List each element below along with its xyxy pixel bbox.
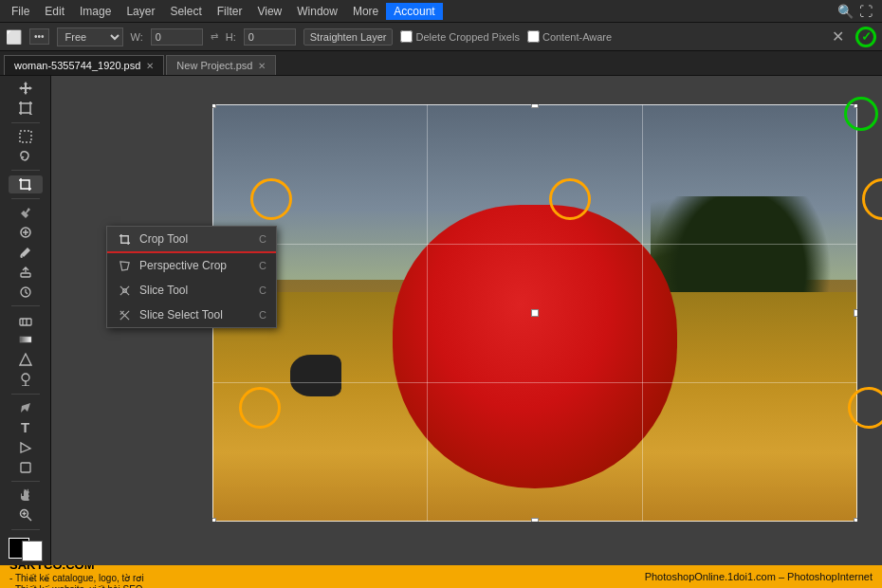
- svg-rect-9: [20, 131, 31, 142]
- eyedropper-tool-btn[interactable]: [9, 204, 43, 222]
- link-icon: ⇄: [211, 31, 218, 42]
- shape-tool-btn[interactable]: [9, 458, 43, 476]
- menu-image[interactable]: Image: [72, 3, 119, 20]
- stamp-tool-btn[interactable]: [9, 264, 43, 282]
- separator-2: [11, 170, 40, 171]
- artboard-tool-btn[interactable]: [9, 100, 43, 118]
- svg-rect-15: [20, 319, 31, 325]
- canvas-image: [212, 104, 857, 522]
- menu-edit[interactable]: Edit: [37, 3, 72, 20]
- tab-woman-psd[interactable]: woman-5355744_1920.psd ✕: [4, 55, 164, 75]
- options-bar: ⬜ ••• Free W: ⇄ H: Straighten Layer Dele…: [0, 23, 882, 51]
- pen-tool-btn[interactable]: [9, 398, 43, 416]
- separator-5: [11, 394, 40, 395]
- ctx-crop-tool[interactable]: Crop Tool C: [107, 227, 276, 251]
- heal-tool-btn[interactable]: [9, 224, 43, 242]
- status-line2: - Thiết kế website, viết bài SEO: [9, 584, 144, 588]
- menu-icons: 🔍 ⛶: [837, 4, 878, 19]
- ctx-slice-select-tool[interactable]: Slice Select Tool C: [107, 303, 276, 327]
- ctx-slice-label: Slice Tool: [139, 284, 251, 297]
- menu-window[interactable]: Window: [289, 3, 345, 20]
- svg-rect-16: [20, 337, 31, 342]
- path-tool-btn[interactable]: [9, 438, 43, 456]
- toolbar: T: [0, 76, 51, 565]
- extra-options-btn[interactable]: •••: [29, 28, 49, 45]
- tab-label-1: New Project.psd: [176, 60, 252, 71]
- main-layout: T: [0, 76, 882, 565]
- status-right: PhotoshopOnline.1doi1.com – PhotoshopInt…: [645, 571, 873, 582]
- menu-layer[interactable]: Layer: [119, 3, 162, 20]
- color-selector[interactable]: [9, 538, 43, 560]
- text-tool-btn[interactable]: T: [9, 418, 43, 436]
- tabs-bar: woman-5355744_1920.psd ✕ New Project.psd…: [0, 51, 882, 76]
- tab-close-1[interactable]: ✕: [258, 61, 266, 71]
- canvas-area[interactable]: Crop Tool C Perspective Crop C Slice Too…: [51, 76, 882, 565]
- dodge-tool-btn[interactable]: [9, 371, 43, 389]
- svg-marker-17: [20, 354, 31, 365]
- tab-new-project[interactable]: New Project.psd ✕: [166, 55, 276, 75]
- slice-select-icon: [117, 307, 132, 322]
- zoom-tool-btn[interactable]: [9, 506, 43, 524]
- svg-rect-0: [21, 103, 30, 113]
- canvas-container: [212, 104, 857, 522]
- menu-bar: File Edit Image Layer Select Filter View…: [0, 0, 882, 23]
- lasso-tool-btn[interactable]: [9, 147, 43, 165]
- menu-file[interactable]: File: [4, 3, 37, 20]
- eraser-tool-btn[interactable]: [9, 311, 43, 329]
- search-icon[interactable]: 🔍: [837, 4, 854, 19]
- menu-view[interactable]: View: [249, 3, 289, 20]
- tab-close-0[interactable]: ✕: [146, 61, 154, 71]
- ctx-perspective-crop[interactable]: Perspective Crop C: [107, 253, 276, 278]
- svg-point-18: [22, 374, 29, 381]
- h-label: H:: [226, 31, 236, 43]
- marquee-tool-btn[interactable]: [9, 128, 43, 146]
- brush-tool-btn[interactable]: [9, 244, 43, 262]
- ratio-select[interactable]: Free: [57, 28, 123, 46]
- crop-tool-btn[interactable]: [9, 175, 43, 193]
- hand-tool-btn[interactable]: [9, 487, 43, 505]
- separator-6: [11, 481, 40, 482]
- menu-select[interactable]: Select: [162, 3, 209, 20]
- blur-tool-btn[interactable]: [9, 351, 43, 369]
- ctx-crop-label: Crop Tool: [139, 232, 251, 246]
- menu-more[interactable]: More: [345, 3, 386, 20]
- content-aware-checkbox[interactable]: [527, 30, 540, 43]
- separator-3: [11, 198, 40, 199]
- menu-account[interactable]: Account: [386, 3, 442, 20]
- annotation-tr: [862, 178, 882, 220]
- gradient-tool-btn[interactable]: [9, 331, 43, 349]
- horse-layer: [290, 355, 341, 396]
- svg-rect-21: [21, 463, 30, 472]
- crop-tool-icon: [117, 231, 132, 247]
- history-tool-btn[interactable]: [9, 283, 43, 301]
- ctx-perspective-shortcut: C: [259, 260, 266, 271]
- h-input[interactable]: [244, 28, 296, 46]
- ctx-slice-select-label: Slice Select Tool: [139, 308, 251, 322]
- delete-pixels-checkbox[interactable]: [400, 30, 413, 43]
- delete-pixels-label[interactable]: Delete Cropped Pixels: [400, 30, 519, 43]
- content-aware-label[interactable]: Content-Aware: [527, 30, 612, 43]
- crop-icon: ⬜: [6, 29, 22, 45]
- separator-4: [11, 305, 40, 306]
- w-input[interactable]: [151, 28, 203, 46]
- move-tool-btn[interactable]: [9, 80, 43, 98]
- status-line1: - Thiết kế catalogue, logo, tờ rơi: [9, 573, 144, 584]
- separator-1: [11, 122, 40, 123]
- cancel-crop-btn[interactable]: ✕: [828, 26, 848, 47]
- background-color[interactable]: [22, 541, 43, 561]
- slice-tool-icon: [117, 283, 132, 298]
- perspective-crop-icon: [117, 258, 132, 273]
- straighten-layer-btn[interactable]: Straighten Layer: [303, 28, 394, 46]
- figure-layer: [393, 205, 676, 488]
- w-label: W:: [131, 31, 143, 43]
- menu-filter[interactable]: Filter: [210, 3, 250, 20]
- context-menu: Crop Tool C Perspective Crop C Slice Too…: [106, 226, 277, 328]
- ctx-slice-tool[interactable]: Slice Tool C: [107, 278, 276, 303]
- status-bar: SAKYCO.COM - Thiết kế catalogue, logo, t…: [0, 565, 882, 588]
- fullscreen-icon[interactable]: ⛶: [859, 4, 873, 19]
- ctx-crop-shortcut: C: [259, 233, 266, 245]
- ctx-slice-select-shortcut: C: [259, 309, 266, 321]
- svg-rect-13: [21, 273, 30, 277]
- ctx-slice-shortcut: C: [259, 285, 266, 296]
- confirm-crop-btn[interactable]: ✓: [855, 27, 876, 47]
